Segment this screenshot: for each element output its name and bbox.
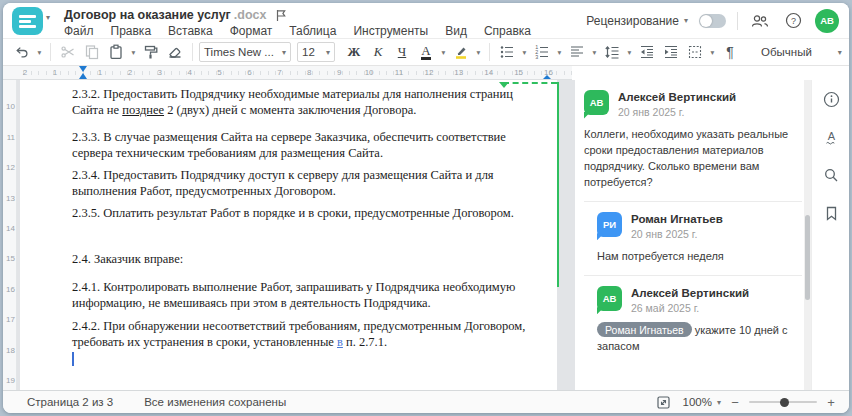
- v-ruler-number: 16: [3, 285, 15, 294]
- help-button[interactable]: ?: [782, 10, 804, 32]
- flag-icon[interactable]: [275, 9, 287, 22]
- numbered-list-caret-icon[interactable]: ▾: [555, 48, 564, 57]
- highlight-color-button[interactable]: [450, 41, 472, 63]
- zoom-in-button[interactable]: +: [825, 395, 837, 410]
- chevron-down-icon: ▾: [684, 16, 688, 25]
- logo-caret-icon[interactable]: ▾: [46, 13, 50, 22]
- chevron-down-icon: ▾: [838, 48, 842, 57]
- eraser-button[interactable]: [164, 41, 186, 63]
- zoom-level-select[interactable]: 100% ▾: [683, 396, 721, 408]
- comment-anchor-marker: [499, 82, 509, 88]
- right-toolbar-rail: A: [811, 80, 849, 390]
- search-button[interactable]: [812, 156, 849, 194]
- comment-reply[interactable]: АВАлексей Вертинский26 май 2025 г.Роман …: [597, 286, 802, 355]
- document-paragraph[interactable]: 2.4.2. При обнаружении несоответствий тр…: [72, 318, 540, 350]
- decrease-indent-button[interactable]: [636, 41, 658, 63]
- horizontal-ruler[interactable]: 21123456789101112131415161718: [17, 66, 572, 80]
- v-ruler-number: 15: [3, 254, 15, 263]
- vertical-scrollbar[interactable]: [804, 80, 811, 390]
- app-logo-icon[interactable]: [12, 7, 43, 35]
- comment-text: Нам потребуется неделя: [597, 249, 802, 265]
- menu-item-1[interactable]: Файл: [64, 24, 94, 38]
- menu-item-4[interactable]: Формат: [230, 24, 273, 38]
- about-button[interactable]: [812, 80, 849, 118]
- v-ruler-number: 11: [3, 133, 15, 142]
- paragraph-borders-caret-icon[interactable]: ▾: [708, 48, 717, 57]
- paragraph-style-select[interactable]: Обычный ▾: [755, 46, 848, 58]
- menu-item-6[interactable]: Инструменты: [353, 24, 428, 38]
- mention-pill[interactable]: Роман Игнатьев: [597, 322, 692, 337]
- document-paragraph[interactable]: 2.3.2. Предоставить Подрядчику необходим…: [72, 86, 540, 118]
- document-paragraph[interactable]: 2.3.4. Предоставить Подрядчику доступ к …: [72, 167, 540, 199]
- numbered-list-button[interactable]: 123: [531, 41, 553, 63]
- align-button[interactable]: [566, 41, 588, 63]
- bullet-list-caret-icon[interactable]: ▾: [520, 48, 529, 57]
- font-color-button[interactable]: А: [415, 41, 437, 63]
- zoom-out-button[interactable]: −: [729, 395, 741, 410]
- scrollbar-thumb[interactable]: [805, 215, 810, 300]
- toolbar-separator: [50, 43, 51, 61]
- paste-button[interactable]: [105, 41, 127, 63]
- copy-button[interactable]: [81, 41, 103, 63]
- font-color-caret-icon[interactable]: ▾: [439, 48, 448, 57]
- h-ruler-number: 6: [247, 68, 251, 77]
- zoom-controls: 100% ▾ − +: [653, 391, 837, 413]
- toolbar-separator: [192, 43, 193, 61]
- menu-item-5[interactable]: Таблица: [289, 24, 336, 38]
- menu-item-8[interactable]: Справка: [484, 24, 531, 38]
- zoom-slider-handle[interactable]: [780, 398, 789, 407]
- cut-button[interactable]: [57, 41, 79, 63]
- spellcheck-button[interactable]: A: [812, 118, 849, 156]
- paste-caret-icon[interactable]: ▾: [129, 48, 138, 57]
- h-ruler-number: 4: [187, 68, 191, 77]
- zoom-slider[interactable]: [749, 401, 817, 403]
- right-indent-marker[interactable]: [543, 71, 551, 79]
- fit-width-button[interactable]: [653, 391, 675, 413]
- align-caret-icon[interactable]: ▾: [590, 48, 599, 57]
- comment-avatar: АВ: [597, 286, 622, 311]
- left-indent-marker[interactable]: [79, 69, 87, 79]
- h-ruler-number: 2: [128, 68, 132, 77]
- undo-button[interactable]: [11, 41, 33, 63]
- comment-reply[interactable]: РИРоман Игнатьев20 янв 2025 г.Нам потреб…: [597, 212, 802, 265]
- document-page[interactable]: 2.3.2. Предоставить Подрядчику необходим…: [20, 80, 557, 390]
- font-size-select[interactable]: 12 ▾: [297, 42, 335, 62]
- page-indicator[interactable]: Страница 2 из 3: [27, 396, 113, 408]
- increase-indent-button[interactable]: [660, 41, 682, 63]
- undo-caret-icon[interactable]: ▾: [35, 48, 44, 57]
- header-right: Рецензирование ▾ ? АВ: [586, 3, 839, 38]
- document-paragraph[interactable]: 2.4.1. Контролировать выполнение Работ, …: [72, 279, 540, 311]
- users-button[interactable]: [749, 10, 771, 32]
- h-ruler-number: 8: [307, 68, 311, 77]
- comment-date: 20 янв 2025 г.: [631, 228, 723, 240]
- underline-button[interactable]: Ч: [391, 41, 413, 63]
- vertical-ruler[interactable]: 910111213141516171819: [3, 80, 17, 390]
- comment[interactable]: АВАлексей Вертинский20 янв 2025 г.Коллег…: [584, 90, 802, 191]
- menu-item-7[interactable]: Вид: [445, 24, 467, 38]
- h-ruler-number: 7: [277, 68, 281, 77]
- document-paragraph[interactable]: 2.4. Заказчик вправе:: [72, 251, 540, 267]
- document-title-row: Договор на оказание услуг.docx: [64, 8, 287, 22]
- toolbar: ▾ ▾ Times New ... ▾ 12 ▾ Ж К Ч А: [3, 38, 849, 66]
- menu-item-2[interactable]: Правка: [111, 24, 152, 38]
- h-ruler-number: 5: [217, 68, 221, 77]
- bookmark-button[interactable]: [812, 194, 849, 232]
- review-toggle[interactable]: [699, 14, 726, 28]
- v-ruler-number: 17: [3, 315, 15, 324]
- nonprinting-chars-button[interactable]: ¶: [719, 41, 741, 63]
- document-paragraph[interactable]: 2.3.3. В случае размещения Сайта на серв…: [72, 129, 540, 161]
- review-mode-button[interactable]: Рецензирование ▾: [586, 14, 688, 28]
- bullet-list-button[interactable]: [496, 41, 518, 63]
- line-spacing-caret-icon[interactable]: ▾: [625, 48, 634, 57]
- line-spacing-button[interactable]: [601, 41, 623, 63]
- menu-item-3[interactable]: Вставка: [168, 24, 213, 38]
- h-ruler-number: 11: [395, 68, 403, 77]
- user-avatar[interactable]: АВ: [815, 9, 839, 33]
- font-name-select[interactable]: Times New ... ▾: [199, 42, 291, 62]
- italic-button[interactable]: К: [367, 41, 389, 63]
- bold-button[interactable]: Ж: [343, 41, 365, 63]
- highlight-caret-icon[interactable]: ▾: [474, 48, 483, 57]
- format-painter-button[interactable]: [140, 41, 162, 63]
- document-paragraph[interactable]: 2.3.5. Оплатить результат Работ в порядк…: [72, 205, 540, 221]
- paragraph-borders-button[interactable]: [684, 41, 706, 63]
